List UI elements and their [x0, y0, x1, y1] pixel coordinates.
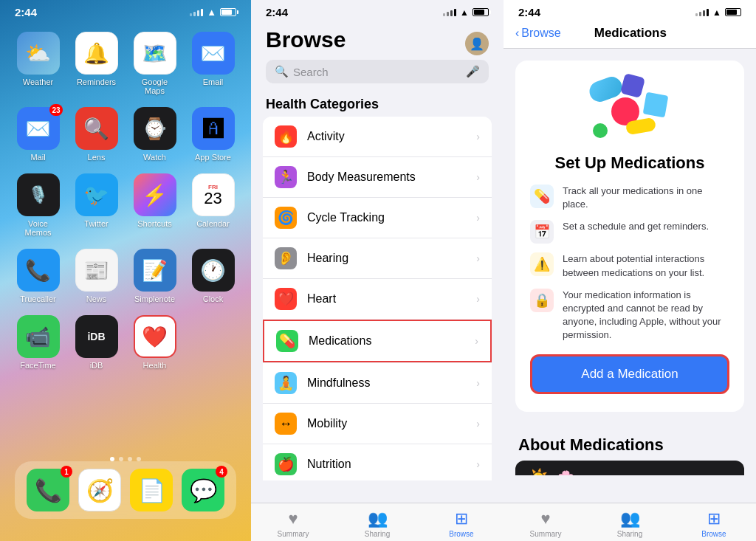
app-lens-label: Lens [88, 153, 106, 162]
feature-privacy-text: Your medication information is encrypted… [563, 289, 729, 342]
dot-green [593, 123, 608, 138]
app-simplenote-label: Simplenote [134, 294, 175, 303]
app-clock[interactable]: 🕐 Clock [190, 249, 236, 303]
activity-icon: 🔥 [275, 125, 297, 148]
phone1-time: 2:44 [15, 6, 37, 18]
app-appstore-icon: 🅰 [192, 107, 235, 150]
about-sun-icon: ☀️ [527, 468, 549, 476]
app-idb[interactable]: iDB iDB [73, 315, 120, 370]
item-body[interactable]: 🏃 Body Measurements › [263, 157, 492, 198]
gem-blue [620, 73, 645, 98]
app-mail[interactable]: ✉️ 23 Mail [15, 107, 61, 162]
phone1-homescreen: 2:44 ▲ ⛅ Weather 🔔 Reminders 🗺️ Goog [0, 0, 251, 541]
app-health-icon: ❤️ [134, 315, 176, 358]
app-mail-label: Mail [30, 153, 45, 162]
app-reminders-icon: 🔔 [75, 32, 118, 75]
item-mindfulness[interactable]: 🧘 Mindfulness › [263, 363, 492, 404]
sharing-tab-icon: 👥 [368, 509, 388, 528]
phone3-tab-browse[interactable]: ⊞ Browse [672, 509, 756, 538]
app-news[interactable]: 📰 News [73, 249, 120, 303]
phone3-sharing-tab-label: Sharing [617, 530, 642, 538]
medications-highlighted-container: 💊 Medications › [263, 320, 492, 362]
item-medications[interactable]: 💊 Medications › [264, 321, 490, 361]
browse-tab-label: Browse [449, 530, 473, 538]
add-medication-button[interactable]: Add a Medication [530, 354, 729, 394]
feature-interactions-text: Learn about potential interactions betwe… [563, 252, 729, 279]
app-idb-icon: iDB [75, 315, 118, 358]
search-placeholder: Search [293, 66, 329, 78]
battery-icon [220, 8, 236, 16]
app-email[interactable]: ✉️ Email [190, 32, 236, 95]
about-card-content: ☀️ 🌸 [515, 461, 744, 476]
app-grid: ⛅ Weather 🔔 Reminders 🗺️ Google Maps ✉️ … [0, 24, 251, 377]
dock-safari[interactable]: 🧭 [78, 469, 121, 511]
setup-title: Set Up Medications [530, 154, 729, 173]
medications-chevron: › [475, 335, 478, 347]
back-button[interactable]: ‹ Browse [515, 27, 561, 40]
back-label: Browse [521, 27, 560, 40]
health-list-bottom: 🧘 Mindfulness › ↔️ Mobility › 🍎 Nutritio… [263, 363, 492, 480]
phone3-wifi-icon: ▲ [712, 7, 721, 18]
app-reminders[interactable]: 🔔 Reminders [73, 32, 120, 95]
tab-sharing[interactable]: 👥 Sharing [335, 509, 419, 538]
profile-avatar[interactable]: 👤 [465, 32, 489, 55]
item-heart[interactable]: ❤️ Heart › [263, 279, 492, 319]
activity-chevron: › [476, 131, 480, 142]
feature-list: 💊 Track all your medications in one plac… [530, 185, 729, 342]
browse-title: Browse [266, 27, 346, 52]
phone3-summary-tab-icon: ♥ [540, 509, 550, 528]
app-weather-icon: ⛅ [17, 32, 60, 75]
phone3-battery-icon [725, 8, 741, 16]
app-lens[interactable]: 🔍 Lens [73, 107, 120, 162]
app-truecaller[interactable]: 📞 Truecaller [15, 249, 61, 303]
item-mobility[interactable]: ↔️ Mobility › [263, 404, 492, 444]
item-activity[interactable]: 🔥 Activity › [263, 117, 492, 157]
app-facetime[interactable]: 📹 FaceTime [15, 315, 61, 370]
app-empty-icon [192, 315, 235, 358]
tab-browse[interactable]: ⊞ Browse [419, 509, 504, 538]
dock-notes-icon: 📄 [130, 469, 173, 511]
phone3-tabbar: ♥ Summary 👥 Sharing ⊞ Browse [504, 503, 756, 541]
app-simplenote[interactable]: 📝 Simplenote [131, 249, 178, 303]
item-hearing[interactable]: 👂 Hearing › [263, 238, 492, 279]
medications-scroll: Set Up Medications 💊 Track all your medi… [504, 49, 756, 475]
search-bar[interactable]: 🔍 Search 🎤 [266, 60, 489, 83]
app-twitter[interactable]: 🐦 Twitter [73, 173, 120, 237]
health-categories-title: Health Categories [251, 88, 504, 117]
body-chevron: › [476, 171, 480, 183]
dock-notes[interactable]: 📄 [130, 469, 173, 511]
phone2-status-icons: ▲ [443, 7, 489, 18]
sharing-tab-label: Sharing [365, 530, 390, 538]
dock-whatsapp[interactable]: 💬 4 [182, 469, 224, 511]
app-calendar[interactable]: FRI 23 Calendar [190, 173, 236, 237]
app-voicememos[interactable]: 🎙️ Voice Memos [15, 173, 61, 237]
app-watch[interactable]: ⌚ Watch [131, 107, 178, 162]
phone3-tab-summary[interactable]: ♥ Summary [504, 509, 588, 538]
medications-card: Set Up Medications 💊 Track all your medi… [515, 61, 744, 412]
app-weather[interactable]: ⛅ Weather [15, 32, 61, 95]
tab-summary[interactable]: ♥ Summary [251, 509, 335, 538]
app-shortcuts-icon: ⚡ [134, 173, 176, 216]
app-shortcuts[interactable]: ⚡ Shortcuts [131, 173, 178, 237]
body-label: Body Measurements [307, 170, 476, 184]
heart-icon: ❤️ [275, 288, 297, 310]
pills-illustration [582, 75, 678, 142]
app-clock-icon: 🕐 [192, 249, 235, 292]
app-watch-label: Watch [143, 153, 166, 162]
item-nutrition[interactable]: 🍎 Nutrition › [263, 444, 492, 480]
cycle-label: Cycle Tracking [307, 211, 476, 224]
app-appstore[interactable]: 🅰 App Store [190, 107, 236, 162]
dock-phone[interactable]: 📞 1 [27, 469, 69, 511]
mobility-label: Mobility [307, 417, 476, 430]
phone3-time: 2:44 [518, 6, 540, 18]
medications-icon: 💊 [276, 330, 298, 352]
app-maps[interactable]: 🗺️ Google Maps [131, 32, 178, 95]
dock-safari-icon: 🧭 [78, 469, 121, 511]
app-truecaller-label: Truecaller [20, 294, 56, 303]
item-cycle[interactable]: 🌀 Cycle Tracking › [263, 198, 492, 238]
phone3-tab-sharing[interactable]: 👥 Sharing [588, 509, 672, 538]
phone2-browse: 2:44 ▲ Browse 👤 🔍 Search 🎤 Health Catego… [251, 0, 504, 541]
mindfulness-label: Mindfulness [307, 376, 476, 390]
phone2-signal-icon [443, 9, 456, 16]
app-health[interactable]: ❤️ Health [131, 315, 178, 370]
